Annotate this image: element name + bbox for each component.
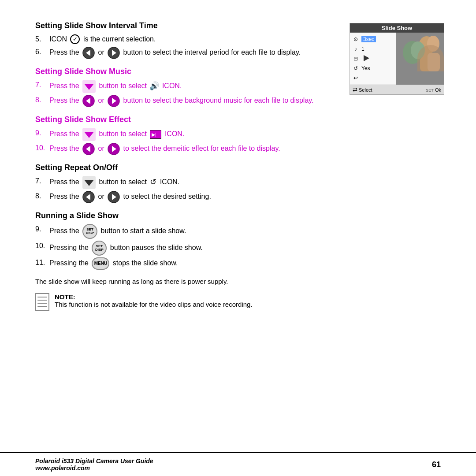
panel-footer-left: ⇄ Select xyxy=(353,86,372,93)
nav-left-btn-2-icon xyxy=(82,95,95,107)
item-num: 6. xyxy=(35,47,49,58)
page: Slide Show ⊙ 3sec ♪ 1 ⊟ ↺ xyxy=(0,0,476,476)
section-effect: Setting Slide Show Effect 9. Press the b… xyxy=(35,115,441,155)
list-item: 8. Press the or button to select the bac… xyxy=(35,95,441,107)
panel-menu: ⊙ 3sec ♪ 1 ⊟ ↺ Yes ↩ xyxy=(350,33,396,85)
svg-point-3 xyxy=(427,36,439,52)
effect-icon: ▶| xyxy=(150,130,161,139)
row-value-1: 3sec xyxy=(361,36,376,42)
note-line xyxy=(37,297,47,298)
item-num: 7. xyxy=(35,80,49,91)
nav-right-btn-3-icon xyxy=(108,143,120,155)
row-value-4: Yes xyxy=(361,65,370,71)
list-item: 10. Press the or to select the demeitic … xyxy=(35,143,441,155)
down-arrow-2-icon xyxy=(82,128,96,141)
footer-left: Polaroid i533 Digital Camera User Guide … xyxy=(35,457,153,472)
item-content: Press the SETDISP button to start a slid… xyxy=(49,224,441,239)
item-num: 5. xyxy=(35,34,49,45)
item-num: 10. xyxy=(35,143,49,154)
panel-ok-label: SET Ok xyxy=(426,87,441,93)
panel-row-2: ♪ 1 xyxy=(350,44,396,54)
item-content: Press the or to select the desired setti… xyxy=(49,191,441,203)
row-icon-2: ♪ xyxy=(352,46,360,52)
row-icon-3: ⊟ xyxy=(352,56,360,62)
svg-marker-0 xyxy=(364,55,369,61)
check-icon xyxy=(70,34,80,44)
item-num: 8. xyxy=(35,191,49,202)
setdisp-btn-icon: SETDISP xyxy=(82,224,97,239)
nav-left-btn-4-icon xyxy=(82,191,95,203)
panel-ok-text: Ok xyxy=(435,87,441,93)
item-num: 8. xyxy=(35,95,49,106)
note-icon xyxy=(35,293,49,311)
footer-url: www.polaroid.com xyxy=(35,465,153,472)
panel-photo xyxy=(396,33,444,71)
note-content: NOTE: This function is not available for… xyxy=(55,293,253,308)
list-item: 10. Pressing the SETDISP button pauses t… xyxy=(35,241,441,256)
svg-rect-4 xyxy=(420,55,436,71)
nav-right-btn-4-icon xyxy=(108,191,120,203)
item-content: Pressing the SETDISP button pauses the s… xyxy=(49,241,441,256)
panel-select-label: Select xyxy=(359,87,372,93)
repeat-icon: ↺ xyxy=(150,176,156,189)
note-section: NOTE: This function is not available for… xyxy=(35,293,441,311)
item-content: Press the button to select ▶| ICON. xyxy=(49,128,441,141)
row-icon-5: ↩ xyxy=(352,75,360,81)
item-num: 7. xyxy=(35,176,49,187)
row-icon-4: ↺ xyxy=(352,65,360,71)
setdisp-btn-2-icon: SETDISP xyxy=(92,241,107,256)
slideshow-panel: Slide Show ⊙ 3sec ♪ 1 ⊟ ↺ xyxy=(350,23,444,95)
footer: Polaroid i533 Digital Camera User Guide … xyxy=(0,452,476,476)
list-item: 7. Press the button to select ↺ ICON. xyxy=(35,176,441,189)
note-line xyxy=(37,300,47,301)
heading-running: Running a Slide Show xyxy=(35,211,441,220)
heading-repeat: Setting Repeat On/Off xyxy=(35,163,441,172)
item-num: 11. xyxy=(35,257,49,268)
list-running: 9. Press the SETDISP button to start a s… xyxy=(35,224,441,270)
panel-image xyxy=(396,33,444,85)
list-effect: 9. Press the button to select ▶| ICON. 1… xyxy=(35,128,441,155)
item-content: Press the button to select ↺ ICON. xyxy=(49,176,441,189)
panel-row-1: ⊙ 3sec xyxy=(350,34,396,44)
panel-row-3: ⊟ xyxy=(350,54,396,63)
panel-arrow-icon: ⇄ xyxy=(353,86,357,93)
list-item: 9. Press the button to select ▶| ICON. xyxy=(35,128,441,141)
power-note: The slide show will keep running as long… xyxy=(35,278,441,285)
list-item: 11. Pressing the MENU stops the slide sh… xyxy=(35,257,441,270)
note-label: NOTE: xyxy=(55,293,75,301)
menu-btn-icon: MENU xyxy=(92,257,109,270)
nav-left-btn-icon xyxy=(82,47,95,59)
row-icon-1: ⊙ xyxy=(352,36,360,42)
item-content: Press the or to select the demeitic effe… xyxy=(49,143,441,155)
item-content: Press the or button to select the backgr… xyxy=(49,95,441,107)
section-running: Running a Slide Show 9. Press the SETDIS… xyxy=(35,211,441,270)
item-num: 9. xyxy=(35,224,49,235)
list-item: 8. Press the or to select the desired se… xyxy=(35,191,441,203)
note-line xyxy=(37,306,47,307)
down-arrow-icon xyxy=(82,80,96,93)
nav-right-btn-2-icon xyxy=(108,95,120,107)
note-text: This function is not available for the v… xyxy=(55,301,253,308)
nav-left-btn-3-icon xyxy=(82,143,95,155)
row-value-3 xyxy=(361,55,369,63)
item-num: 10. xyxy=(35,241,49,252)
svg-point-7 xyxy=(411,41,425,59)
note-line xyxy=(37,303,47,304)
section-repeat: Setting Repeat On/Off 7. Press the butto… xyxy=(35,163,441,203)
panel-row-5: ↩ xyxy=(350,73,396,83)
panel-title: Slide Show xyxy=(350,23,444,33)
item-num: 9. xyxy=(35,128,49,139)
footer-title: Polaroid i533 Digital Camera User Guide xyxy=(35,457,153,465)
down-arrow-3-icon xyxy=(82,176,96,189)
footer-page-number: 61 xyxy=(432,460,441,469)
panel-row-4: ↺ Yes xyxy=(350,63,396,73)
panel-footer: ⇄ Select SET Ok xyxy=(350,85,444,94)
nav-right-btn-icon xyxy=(108,47,120,59)
panel-ok-prefix: SET xyxy=(426,88,434,93)
svg-rect-5 xyxy=(428,53,440,71)
list-item: 9. Press the SETDISP button to start a s… xyxy=(35,224,441,239)
row-value-2: 1 xyxy=(361,46,364,52)
speaker-icon: 🔊 xyxy=(149,80,159,93)
item-content: Pressing the MENU stops the slide show. xyxy=(49,257,441,270)
list-repeat: 7. Press the button to select ↺ ICON. 8.… xyxy=(35,176,441,203)
